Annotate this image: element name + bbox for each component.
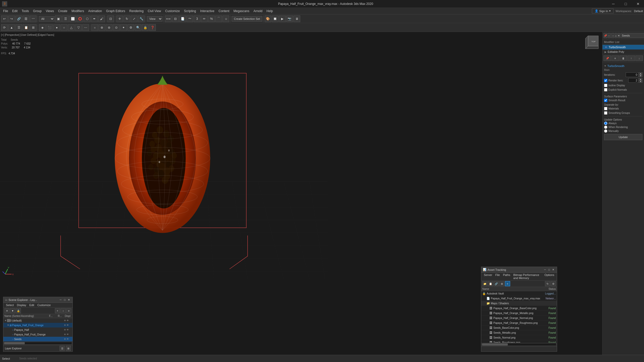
mod-modifier-list-button[interactable]: ≡ <box>612 55 619 61</box>
se-delete-button[interactable]: ✕ <box>4 308 10 313</box>
tb2-btn-11[interactable]: ▽ <box>75 24 82 31</box>
scene-explorer-list[interactable]: ▼ 0 (default) ❄ 👁 ▼ ⊞ Papaya_Half_Fruit_… <box>3 318 72 341</box>
at-tb-btn-4[interactable]: ⊞ <box>499 281 504 286</box>
select-move-button[interactable]: ✛ <box>116 15 123 22</box>
tb2-btn-2[interactable]: ▲ <box>8 24 15 31</box>
ts-iterations-up[interactable]: ▲ <box>639 72 642 75</box>
tb2-btn-7[interactable]: ⬛ <box>46 24 53 31</box>
select-scale-button[interactable]: ⤢ <box>131 15 137 22</box>
ts-render-down[interactable]: ▼ <box>639 80 642 83</box>
at-minimize[interactable]: ─ <box>543 268 547 272</box>
asset-tracking-list[interactable]: 🔒 Autodesk Vault Logged... 📄 Papaya_Half… <box>481 291 557 343</box>
tb2-btn-18[interactable]: ⚙ <box>127 24 134 31</box>
scene-explorer-maximize[interactable]: □ <box>63 298 67 302</box>
ts-isoline-checkbox[interactable] <box>604 84 607 87</box>
at-maximize[interactable]: □ <box>547 268 551 272</box>
bind-space-warp-button[interactable]: 〰 <box>30 15 37 22</box>
se-hscroll-thumb[interactable] <box>4 342 25 344</box>
quick-render-button[interactable]: ▶ <box>279 15 286 22</box>
at-tb-btn-1[interactable]: 📁 <box>482 281 487 286</box>
at-row-roughness[interactable]: 🖼 Papaya_Half_Orange_Roughness.png Found <box>481 321 557 325</box>
tb2-btn-12[interactable]: ⋯ <box>82 24 89 31</box>
rp-pin-button[interactable]: 📌 <box>604 33 607 38</box>
se-hscroll[interactable] <box>4 342 72 344</box>
menu-civil-view[interactable]: Civil View <box>146 9 163 13</box>
se-layers-button[interactable]: ☰ <box>60 346 65 351</box>
at-hscroll-thumb[interactable] <box>482 343 508 346</box>
menu-create[interactable]: Create <box>56 9 69 13</box>
lasso-select-button[interactable]: ✒ <box>91 15 98 22</box>
menu-file[interactable]: File <box>1 9 10 13</box>
se-lock-button[interactable]: 🔒 <box>16 308 21 313</box>
at-row-basecolor[interactable]: 🖼 Papaya_Half_Orange_BaseColor.png Found <box>481 306 557 311</box>
at-tb-btn-3[interactable]: 🔗 <box>494 281 499 286</box>
se-menu-select[interactable]: Select <box>4 303 15 307</box>
se-add-button[interactable]: + <box>55 308 60 313</box>
at-tb-refresh[interactable]: ↻ <box>545 281 550 286</box>
ts-iterations-input[interactable] <box>626 72 639 77</box>
at-tb-btn-5[interactable]: ≡ <box>505 281 510 286</box>
menu-modifiers[interactable]: Modifiers <box>69 9 86 13</box>
percent-button[interactable]: % <box>208 15 215 22</box>
at-row-max-file[interactable]: 📄 Papaya_Half_Fruit_Orange_max_vray.max … <box>481 296 557 301</box>
mod-move-up-button[interactable]: ↑ <box>627 55 635 61</box>
se-menu-edit[interactable]: Edit <box>28 303 36 307</box>
ts-manually-radio[interactable] <box>604 129 607 133</box>
select-rotate-button[interactable]: ↻ <box>124 15 130 22</box>
at-row-metallic[interactable]: 🖼 Papaya_Half_Orange_Metallic.png Found <box>481 311 557 316</box>
mod-delete-button[interactable]: 🗑 <box>619 55 627 61</box>
ts-smoothing-groups-checkbox[interactable] <box>604 111 607 115</box>
tb2-btn-16[interactable]: ⊙ <box>113 24 120 31</box>
maximize-button[interactable]: □ <box>620 0 632 7</box>
menu-content[interactable]: Content <box>216 9 231 13</box>
menu-megascans[interactable]: Megascans <box>231 9 251 13</box>
se-item-papaya-half[interactable]: ▼ ○ Papaya_Half ❄ 👁 <box>3 327 72 332</box>
menu-rendering[interactable]: Rendering <box>127 9 145 13</box>
render-frame-button[interactable]: 📷 <box>286 15 293 22</box>
at-hscroll[interactable] <box>482 343 556 346</box>
menu-animation[interactable]: Animation <box>86 9 104 13</box>
3-button[interactable]: 3 <box>194 15 200 22</box>
modifier-item-turbosmooth[interactable]: 👁 TurboSmooth <box>602 45 644 49</box>
tb2-btn-3[interactable]: ☰ <box>15 24 22 31</box>
ts-explicit-checkbox[interactable] <box>604 88 607 91</box>
at-menu-paths[interactable]: Paths <box>501 273 512 280</box>
material-editor-button[interactable]: 🎨 <box>265 15 271 22</box>
rp-delete-button[interactable]: ✕ <box>617 33 620 38</box>
align-button[interactable]: ⊟ <box>172 15 179 22</box>
at-close[interactable]: ✕ <box>551 268 555 272</box>
unlink-button[interactable]: ⛓ <box>23 15 29 22</box>
at-tb-settings[interactable]: ⚙ <box>551 281 556 286</box>
tb2-btn-9[interactable]: ○ <box>61 24 67 31</box>
ts-smooth-result-checkbox[interactable] <box>604 99 607 102</box>
se-item-papaya-group[interactable]: ▼ ⊞ Papaya_Half_Fruit_Orange ❄ 👁 <box>3 323 72 327</box>
tb2-btn-4[interactable]: 📋 <box>23 24 29 31</box>
se-menu-display[interactable]: Display <box>15 303 28 307</box>
layer-manager-button[interactable]: 📑 <box>179 15 186 22</box>
at-row-maps[interactable]: 📁 Maps / Shaders <box>481 301 557 306</box>
scene-explorer-title-bar[interactable]: 🗂 Scene Explorer - Lay... ─ □ ✕ <box>3 297 72 303</box>
ts-always-radio[interactable] <box>604 122 607 125</box>
se-item-papaya-fruit[interactable]: ▼ ○ Papaya_Half_Fruit_Orange ❄ 👁 <box>3 332 72 337</box>
ts-update-button[interactable]: Update <box>604 134 642 140</box>
mirror-button[interactable]: ⟺ <box>165 15 172 22</box>
scene-explorer-minimize[interactable]: ─ <box>59 298 63 302</box>
tb2-btn-15[interactable]: ⊚ <box>106 24 112 31</box>
at-tb-btn-2[interactable]: 📋 <box>488 281 493 286</box>
se-item-seeds[interactable]: ▼ ○ Seeds ❄ 👁 <box>3 337 72 341</box>
menu-help[interactable]: Help <box>264 9 275 13</box>
mod-turbosmooth-eye[interactable]: 👁 <box>605 46 608 49</box>
modifier-search-input[interactable] <box>621 33 644 38</box>
se-menu-customize[interactable]: Customize <box>36 303 52 307</box>
rp-home-button[interactable]: ⌂ <box>615 33 617 38</box>
rp-forward-button[interactable]: → <box>611 33 614 38</box>
ts-render-iters-input[interactable] <box>628 78 639 83</box>
fence-select-button[interactable]: ⬡ <box>84 15 91 22</box>
at-row-seeds-normal[interactable]: 🖼 Seeds_Normal.png Found <box>481 335 557 340</box>
minimize-button[interactable]: ─ <box>607 0 619 7</box>
snaps-button[interactable]: ⌒ <box>215 15 222 22</box>
se-expand-half[interactable]: ▼ <box>10 329 12 331</box>
at-menu-server[interactable]: Server <box>482 273 494 280</box>
tb2-btn-21[interactable]: ❓ <box>149 24 156 31</box>
asset-tracking-title-bar[interactable]: 📊 Asset Tracking ─ □ ✕ <box>481 267 557 273</box>
